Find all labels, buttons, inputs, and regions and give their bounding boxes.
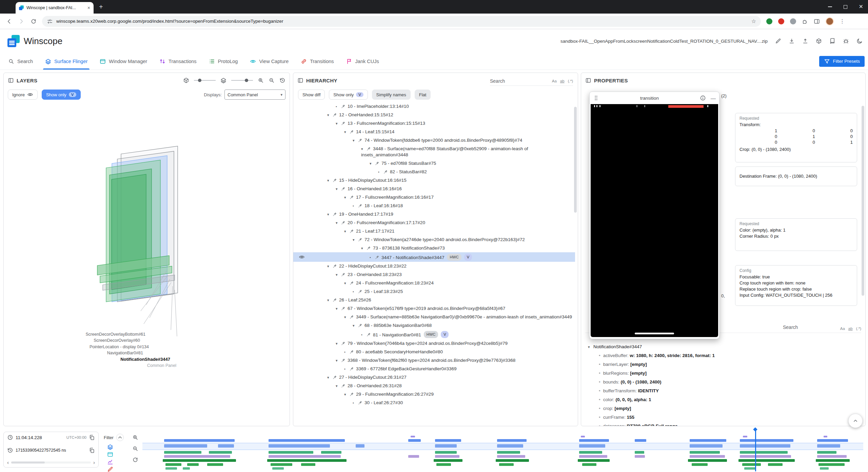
trace-segment[interactable] — [183, 467, 190, 470]
pin-icon[interactable] — [341, 306, 346, 311]
layer-label[interactable]: PointerLocation - display 0#134 — [90, 345, 149, 349]
trace-segment[interactable] — [738, 459, 795, 462]
expander-icon[interactable]: ▾ — [327, 374, 333, 380]
trace-segment[interactable] — [271, 463, 292, 466]
trace-segment[interactable] — [435, 444, 457, 448]
trace-segment[interactable] — [209, 451, 232, 454]
expander-icon[interactable]: ▾ — [361, 146, 367, 152]
tab-close-icon[interactable]: × — [87, 5, 90, 10]
bookmark-star-icon[interactable]: ☆ — [751, 18, 756, 24]
show-diff-chip[interactable]: Show diff — [298, 90, 325, 100]
expander-icon[interactable]: ▾ — [327, 297, 333, 303]
trace-segment[interactable] — [269, 444, 330, 448]
prop-node[interactable]: •activeBuffer: w: 1080, h: 2400, stride:… — [581, 351, 863, 360]
pin-icon[interactable] — [358, 323, 362, 328]
pin-icon[interactable] — [350, 130, 354, 134]
tree-node[interactable]: •80 - ace6abb SecondaryHomeHandle0#80 — [293, 348, 575, 356]
expander-icon[interactable]: ▾ — [353, 137, 358, 143]
pin-icon[interactable] — [358, 400, 362, 405]
timeline-zoom-out-icon[interactable] — [132, 446, 138, 452]
timeline-zoom-in-icon[interactable] — [132, 434, 138, 440]
prop-node[interactable]: •barrierLayer: [empty] — [581, 360, 863, 369]
pin-icon[interactable] — [350, 392, 354, 396]
expander-icon[interactable]: ▾ — [336, 383, 341, 389]
trace-segment[interactable] — [497, 451, 520, 454]
extension-icon-red[interactable] — [778, 18, 784, 24]
edit-icon[interactable] — [775, 38, 781, 44]
regex-toggle[interactable]: (.*) — [856, 327, 861, 331]
window-maximize-icon[interactable] — [844, 5, 847, 9]
reset-view-icon[interactable] — [279, 77, 285, 83]
trace-segment[interactable] — [743, 436, 747, 437]
expander-icon[interactable]: ▾ — [327, 263, 333, 269]
prop-node[interactable]: •currFrame: 155 — [581, 413, 863, 422]
expander-icon[interactable]: ▾ — [336, 120, 341, 126]
show-only-visible-chip[interactable]: Show only V — [42, 90, 81, 100]
rotate-3d-icon[interactable] — [183, 77, 189, 83]
new-tab-button[interactable]: + — [99, 3, 103, 10]
expander-icon[interactable]: ▾ — [344, 391, 350, 397]
expander-icon[interactable]: ▾ — [327, 211, 333, 217]
trace-segment[interactable] — [435, 455, 459, 458]
pin-icon[interactable] — [333, 264, 337, 268]
pin-icon[interactable] — [341, 121, 346, 125]
expander-icon[interactable]: ▾ — [336, 220, 341, 226]
trace-segment[interactable] — [688, 459, 727, 462]
match-case-toggle[interactable]: Aa — [840, 327, 845, 331]
forward-icon[interactable] — [18, 18, 24, 24]
trace-segment[interactable] — [635, 451, 644, 454]
layers-3d-canvas[interactable]: ScreenDecorOverlayBottom#61ScreenDecorOv… — [4, 101, 290, 426]
trace-segment[interactable] — [218, 444, 234, 448]
prop-node[interactable]: •blurRegions: [empty] — [581, 369, 863, 378]
simplify-names-chip[interactable]: Simplify names — [372, 90, 411, 100]
trace-segment[interactable] — [818, 463, 845, 466]
expander-icon[interactable]: ▾ — [336, 186, 341, 192]
expander-icon[interactable]: ▾ — [344, 280, 350, 286]
tree-node[interactable]: ▾67 - WindowToken{e5176f9 type=2019 andr… — [293, 304, 575, 313]
trace-segment[interactable] — [740, 451, 787, 454]
tree-node[interactable]: ▾74 - WindowToken{fdddbe6 type=2000 andr… — [293, 136, 575, 144]
pin-icon[interactable] — [333, 298, 337, 302]
expander-icon[interactable]: ▾ — [336, 306, 341, 312]
pin-icon[interactable] — [333, 375, 337, 379]
pin-icon[interactable] — [350, 195, 354, 199]
expander-icon[interactable]: ▾ — [344, 228, 350, 234]
prop-node[interactable]: •bounds: (0, 0) - (1080, 2400) — [581, 378, 863, 387]
expander-icon[interactable]: ▾ — [361, 245, 367, 251]
trace-segment[interactable] — [267, 459, 347, 462]
trace-segment[interactable] — [436, 463, 451, 466]
tree-node[interactable]: ▾14 - Leaf:15:15#14 — [293, 127, 575, 136]
tree-node[interactable]: ▾28 - OneHanded:26:31#28 — [293, 381, 575, 390]
trace-segment[interactable] — [820, 467, 829, 470]
pin-icon[interactable] — [358, 237, 362, 242]
zoom-in-icon[interactable] — [258, 77, 264, 83]
trace-segment[interactable] — [497, 439, 527, 442]
trace-segment[interactable] — [164, 439, 235, 442]
side-panel-icon[interactable] — [814, 18, 820, 24]
trace-segment[interactable] — [435, 451, 457, 454]
pin-icon[interactable] — [350, 367, 354, 371]
pin-icon[interactable] — [375, 255, 379, 259]
prop-node[interactable]: •bufferTransform: IDENTITY — [581, 387, 863, 395]
tree-node[interactable]: •18 - Leaf:16:16#18 — [293, 201, 575, 210]
tree-node[interactable]: ▾72 - WindowToken{a2746de type=2040 andr… — [293, 235, 575, 244]
tree-node[interactable]: ▾27 - HideDisplayCutout:26:31#27 — [293, 373, 575, 381]
tree-node[interactable]: ▾3448 - Surface(name=ed70f88 StatusBar)/… — [293, 144, 575, 159]
trace-segment[interactable] — [165, 467, 177, 470]
pin-icon[interactable] — [358, 138, 362, 142]
window-minimize-icon[interactable] — [828, 6, 832, 7]
trace-segment[interactable] — [207, 463, 223, 466]
expander-icon[interactable]: ▾ — [327, 112, 333, 118]
pin-icon[interactable] — [358, 203, 362, 208]
copy-icon[interactable] — [89, 434, 95, 440]
trace-segment[interactable] — [582, 463, 597, 466]
pin-icon[interactable] — [341, 104, 346, 109]
tree-node[interactable]: ▾75 - ed70f88 StatusBar#75 — [293, 159, 575, 168]
pin-icon[interactable] — [375, 161, 379, 165]
trace-segment[interactable] — [692, 463, 708, 466]
prop-node[interactable]: •crop: [empty] — [581, 404, 863, 413]
extension-icon-green[interactable] — [766, 18, 772, 24]
displays-select[interactable]: Common Panel ▾ — [224, 90, 285, 100]
shortcuts-icon[interactable] — [816, 38, 822, 44]
tree-node[interactable]: •81 - NavigationBar0#81HWCV — [293, 330, 575, 339]
